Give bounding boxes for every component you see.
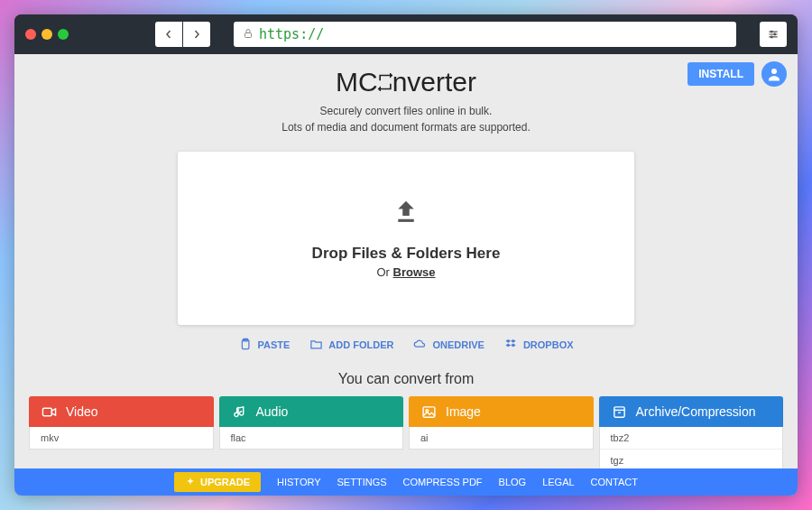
url-text: https:// <box>259 26 324 42</box>
svg-rect-11 <box>42 408 51 416</box>
dropzone-title: Drop Files & Folders Here <box>312 245 501 263</box>
dropbox-action[interactable]: DROPBOX <box>504 338 574 351</box>
category-audio: Audio flac <box>219 396 404 472</box>
category-video-body: mkv <box>29 427 214 450</box>
subtitle-line-1: Securely convert files online in bulk. <box>14 103 798 119</box>
onedrive-label: ONEDRIVE <box>432 339 484 350</box>
footer-link-history[interactable]: HISTORY <box>277 477 321 487</box>
dropbox-label: DROPBOX <box>523 339 574 350</box>
lock-icon <box>243 28 254 42</box>
onedrive-action[interactable]: ONEDRIVE <box>413 338 484 351</box>
category-audio-header[interactable]: Audio <box>219 396 404 427</box>
subtitle-line-2: Lots of media and document formats are s… <box>14 119 798 135</box>
category-row: Video mkv Audio flac Image <box>29 396 783 472</box>
upload-icon <box>392 198 420 228</box>
install-button[interactable]: INSTALL <box>687 62 754 86</box>
footer-bar: UPGRADE HISTORY SETTINGS COMPRESS PDF BL… <box>14 468 798 496</box>
category-image-label: Image <box>446 404 481 419</box>
page-topbar: INSTALL <box>687 61 787 87</box>
footer-link-contact[interactable]: CONTACT <box>591 477 638 487</box>
add-folder-label: ADD FOLDER <box>328 339 393 350</box>
convert-from-label: You can convert from <box>14 371 798 387</box>
category-image: Image ai <box>409 396 594 472</box>
footer-link-compress-pdf[interactable]: COMPRESS PDF <box>403 477 483 487</box>
video-icon <box>42 404 57 420</box>
dropzone[interactable]: Drop Files & Folders Here Or Browse <box>178 152 634 325</box>
account-avatar[interactable] <box>761 61 787 87</box>
forward-button[interactable] <box>183 22 210 47</box>
close-window-button[interactable] <box>25 29 36 40</box>
svg-rect-0 <box>245 32 252 37</box>
svg-rect-12 <box>423 406 435 416</box>
paste-label: PASTE <box>257 339 290 350</box>
nav-buttons <box>155 22 210 47</box>
add-folder-action[interactable]: ADD FOLDER <box>309 338 393 351</box>
format-item[interactable]: ai <box>410 427 593 449</box>
format-item[interactable]: flac <box>220 427 403 449</box>
svg-point-5 <box>774 33 776 35</box>
upgrade-button[interactable]: UPGRADE <box>174 472 261 492</box>
category-archive-label: Archive/Compression <box>636 404 756 419</box>
maximize-window-button[interactable] <box>58 29 69 40</box>
category-archive-header[interactable]: Archive/Compression <box>599 396 784 427</box>
upload-actions: PASTE ADD FOLDER ONEDRIVE DROPBOX <box>14 338 798 351</box>
browse-link[interactable]: Browse <box>393 265 436 279</box>
category-video-label: Video <box>66 404 98 419</box>
convert-icon <box>378 73 392 91</box>
url-bar[interactable]: https:// <box>234 22 736 47</box>
upgrade-label: UPGRADE <box>200 477 250 487</box>
format-item[interactable]: mkv <box>30 427 213 449</box>
category-archive-body: tbz2 tgz <box>599 427 784 472</box>
paste-action[interactable]: PASTE <box>238 338 290 351</box>
image-icon <box>421 404 437 420</box>
browser-window: https:// INSTALL MCnverter Securely conv… <box>14 14 798 496</box>
minimize-window-button[interactable] <box>42 29 52 40</box>
browser-menu-button[interactable] <box>760 22 787 47</box>
dropzone-or: Or <box>376 265 392 279</box>
svg-point-7 <box>771 69 777 74</box>
page-viewport: INSTALL MCnverter Securely convert files… <box>14 54 798 496</box>
category-audio-label: Audio <box>256 404 289 419</box>
footer-link-legal[interactable]: LEGAL <box>542 477 574 487</box>
logo-text-pre: MC <box>336 67 378 97</box>
logo: MCnverter <box>14 67 798 97</box>
svg-rect-8 <box>398 219 414 222</box>
browser-titlebar: https:// <box>14 14 798 54</box>
svg-point-4 <box>770 31 772 32</box>
category-video-header[interactable]: Video <box>29 396 214 427</box>
sparkle-icon <box>185 477 196 487</box>
dropzone-sub: Or Browse <box>376 265 435 279</box>
svg-point-6 <box>770 36 772 38</box>
format-item[interactable]: tbz2 <box>600 427 783 450</box>
category-audio-body: flac <box>219 427 404 450</box>
logo-text-post: nverter <box>392 67 476 97</box>
category-image-body: ai <box>409 427 594 450</box>
category-image-header[interactable]: Image <box>409 396 594 427</box>
category-video: Video mkv <box>29 396 214 472</box>
footer-link-blog[interactable]: BLOG <box>499 477 527 487</box>
category-archive: Archive/Compression tbz2 tgz <box>599 396 784 472</box>
hero: MCnverter Securely convert files online … <box>14 54 798 135</box>
footer-link-settings[interactable]: SETTINGS <box>337 477 387 487</box>
archive-icon <box>612 404 627 420</box>
subtitle: Securely convert files online in bulk. L… <box>14 103 798 135</box>
audio-icon <box>232 404 247 420</box>
back-button[interactable] <box>155 22 182 47</box>
